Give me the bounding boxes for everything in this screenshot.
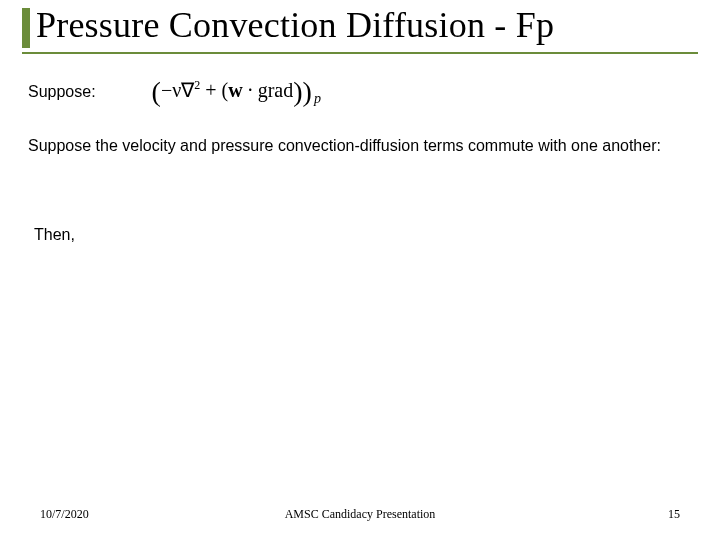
formula-grad: grad [258,79,294,101]
formula-dot: · [243,79,258,101]
commute-paragraph: Suppose the velocity and pressure convec… [28,136,668,156]
formula-w: w [228,79,242,101]
formula-neg-nu: −ν [161,79,181,101]
formula-lparen: ( [152,76,161,107]
formula-plus: + ( [200,79,228,101]
footer: 10/7/2020 AMSC Candidacy Presentation 15 [0,507,720,522]
title-underline [22,52,698,54]
suppose-label: Suppose: [28,83,96,101]
formula-rparen: )) [293,76,312,107]
formula-nabla: ∇ [181,79,194,101]
formula-sub-p: p [314,91,321,106]
title-accent-bar [22,8,30,48]
slide: Pressure Convection Diffusion - Fp Suppo… [0,0,720,540]
formula: (−ν∇2 + (w · grad))p [152,76,321,108]
footer-center: AMSC Candidacy Presentation [285,507,436,522]
footer-page-number: 15 [668,507,680,522]
footer-date: 10/7/2020 [40,507,89,522]
content-area: Suppose: (−ν∇2 + (w · grad))p Suppose th… [28,76,692,244]
then-label: Then, [34,226,692,244]
suppose-row: Suppose: (−ν∇2 + (w · grad))p [28,76,692,108]
slide-title: Pressure Convection Diffusion - Fp [36,4,554,46]
